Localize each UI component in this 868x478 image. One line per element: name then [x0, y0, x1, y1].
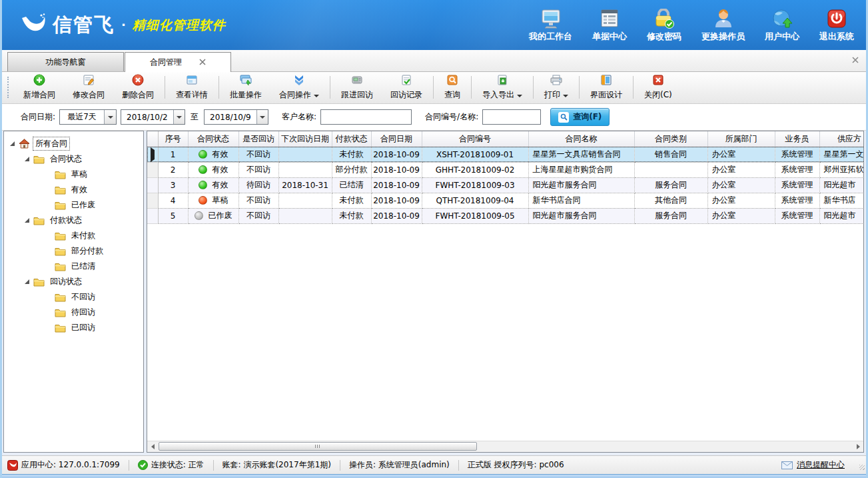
- table-row[interactable]: 3 有效 待回访 2018-10-31 已结清 2018-10-09 FWHT-…: [147, 177, 864, 193]
- query-button[interactable]: 查询: [436, 73, 469, 101]
- table-row[interactable]: 2 有效 不回访 部分付款 2018-10-09 GHHT-20181009-0…: [147, 162, 864, 177]
- nav-exit-system[interactable]: 退出系统: [819, 7, 854, 43]
- print-button[interactable]: 打印: [536, 73, 577, 101]
- tab-function-nav[interactable]: 功能导航窗: [7, 52, 124, 71]
- folder-icon: [55, 185, 66, 195]
- horizontal-scrollbar[interactable]: [147, 441, 863, 452]
- tree-expander-icon[interactable]: [24, 156, 30, 162]
- tree-item-visited[interactable]: 已回访: [4, 320, 143, 335]
- chevron-down-icon: [256, 110, 268, 124]
- double-chevron-down-icon: [292, 74, 306, 88]
- col-next-visit-date[interactable]: 下次回访日期: [278, 131, 332, 147]
- tab-close-icon[interactable]: [199, 58, 206, 67]
- import-export-button[interactable]: 导入导出: [474, 73, 531, 101]
- tree-expander-icon[interactable]: [24, 279, 30, 285]
- tree-item-label: 未付款: [69, 229, 97, 242]
- scroll-left-arrow[interactable]: [147, 441, 158, 452]
- nav-change-password[interactable]: 修改密码: [647, 7, 681, 43]
- window-bottom-edge: [2, 474, 866, 478]
- button-label: 打印: [544, 89, 560, 101]
- tree-item-voided[interactable]: 已作废: [4, 197, 143, 213]
- col-contract-date[interactable]: 合同日期: [371, 131, 422, 147]
- tree-item-pending-visit[interactable]: 待回访: [4, 305, 143, 320]
- tree-item-settled[interactable]: 已结清: [4, 259, 143, 274]
- table-row[interactable]: 4 草稿 不回访 未付款 2018-10-09 QTHT-20181009-04…: [147, 193, 864, 208]
- tree-item-label: 已作废: [69, 199, 97, 211]
- col-visit[interactable]: 是否回访: [238, 131, 278, 147]
- tree-item-draft[interactable]: 草稿: [4, 167, 143, 182]
- button-label: 新增合同: [23, 89, 55, 101]
- table-row[interactable]: 5 已作废 不回访 未付款 2018-10-09 FWHT-20181009-0…: [147, 208, 864, 223]
- tabstrip-close-icon[interactable]: [850, 55, 861, 65]
- tree-item-no-visit[interactable]: 不回访: [4, 289, 143, 305]
- date-to-picker[interactable]: 2018/10/9: [204, 109, 268, 125]
- tree-item-valid[interactable]: 有效: [4, 182, 143, 197]
- exit-power-icon: [827, 7, 847, 29]
- toolbar-separator: [330, 76, 330, 99]
- nav-switch-operator[interactable]: 更换操作员: [701, 7, 745, 43]
- col-payment-status[interactable]: 付款状态: [332, 131, 371, 147]
- tree-item-all-contracts[interactable]: 所有合同: [4, 136, 143, 151]
- tree-expander-icon[interactable]: [9, 141, 15, 147]
- col-supplier[interactable]: 供应方: [819, 131, 864, 147]
- nav-label: 更换操作员: [701, 31, 745, 43]
- license-status: 正式版 授权序列号: pc006: [459, 459, 573, 471]
- col-contract-name[interactable]: 合同名称: [528, 131, 634, 147]
- toolbar-grip[interactable]: [7, 77, 12, 98]
- tree-expander-icon[interactable]: [24, 217, 30, 223]
- visit-record-button[interactable]: 回访记录: [382, 73, 431, 101]
- col-department[interactable]: 所属部门: [707, 131, 775, 147]
- toolbar-separator: [165, 76, 165, 99]
- toolbar: 新增合同 修改合同 删除合同 查看详情 批量操作 合同操作 跟进回访: [2, 72, 866, 104]
- nav-my-workbench[interactable]: 我的工作台: [529, 7, 572, 43]
- tree-group-contract-status[interactable]: 合同状态: [4, 151, 143, 167]
- search-icon: [446, 74, 458, 88]
- edit-contract-button[interactable]: 修改合同: [64, 73, 113, 101]
- row-selector-cell: [147, 177, 158, 193]
- tree-item-partial-paid[interactable]: 部分付款: [4, 243, 143, 259]
- close-button[interactable]: 关闭(C): [636, 73, 681, 101]
- folder-icon: [33, 155, 45, 164]
- contract-operations-button[interactable]: 合同操作: [270, 73, 328, 101]
- message-center-link[interactable]: 消息提醒中心: [797, 459, 845, 471]
- tree-group-visit-status[interactable]: 回访状态: [4, 274, 143, 289]
- operator-text: 操作员: 系统管理员(admin): [349, 459, 450, 471]
- table-row[interactable]: 1 有效 不回访 未付款 2018-10-09 XSHT-20181009-01…: [147, 147, 864, 162]
- scroll-right-arrow[interactable]: [853, 441, 863, 452]
- workbench-monitor-icon: [540, 7, 562, 29]
- search-button[interactable]: 查询(F): [550, 108, 610, 126]
- col-contract-type[interactable]: 合同类别: [634, 131, 707, 147]
- button-label: 回访记录: [390, 89, 422, 101]
- follow-up-visit-button[interactable]: 跟进回访: [332, 73, 382, 101]
- button-label: 界面设计: [590, 89, 622, 101]
- app-window: 信管飞 · 精细化管理软件 我的工作台: [0, 0, 868, 478]
- phone-icon: [350, 74, 364, 88]
- col-seq[interactable]: 序号: [158, 131, 188, 147]
- batch-operation-button[interactable]: 批量操作: [221, 73, 270, 101]
- tree-group-payment-status[interactable]: 付款状态: [4, 213, 143, 228]
- date-range-preset-select[interactable]: 最近7天: [59, 109, 117, 125]
- switch-operator-person-icon: [713, 7, 733, 29]
- customer-name-input[interactable]: [320, 109, 412, 125]
- folder-icon: [55, 170, 66, 179]
- nav-user-center[interactable]: 用户中心: [765, 7, 799, 43]
- new-contract-button[interactable]: 新增合同: [15, 73, 64, 101]
- tab-contract-management[interactable]: 合同管理: [125, 52, 231, 72]
- delete-contract-button[interactable]: 删除合同: [113, 73, 163, 101]
- col-salesman[interactable]: 业务员: [775, 131, 819, 147]
- row-selector-header: [147, 131, 158, 147]
- ui-design-button[interactable]: 界面设计: [582, 73, 631, 101]
- date-from-picker[interactable]: 2018/10/2: [121, 109, 185, 125]
- message-center[interactable]: 消息提醒中心: [781, 459, 862, 471]
- col-contract-code[interactable]: 合同编号: [422, 131, 528, 147]
- view-details-button[interactable]: 查看详情: [167, 73, 217, 101]
- tree-item-unpaid[interactable]: 未付款: [4, 228, 143, 243]
- col-contract-status[interactable]: 合同状态: [188, 131, 238, 147]
- nav-document-center[interactable]: 单据中心: [592, 7, 627, 43]
- scrollbar-thumb[interactable]: [159, 442, 477, 451]
- details-panel-icon: [186, 74, 198, 88]
- status-dot: [195, 211, 203, 220]
- import-export-icon: [496, 74, 508, 88]
- resize-grip[interactable]: [859, 465, 865, 470]
- contract-code-input[interactable]: [482, 109, 541, 125]
